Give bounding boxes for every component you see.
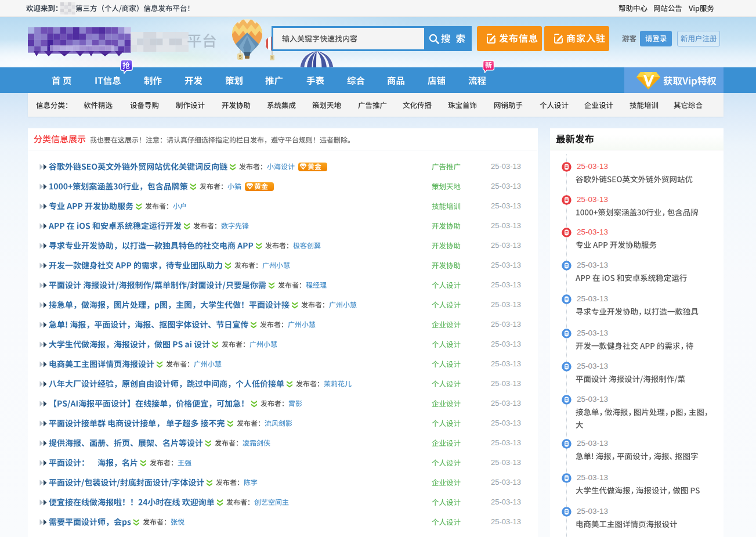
svg-text:5: 5 xyxy=(239,54,242,60)
svg-text:5: 5 xyxy=(271,56,273,60)
